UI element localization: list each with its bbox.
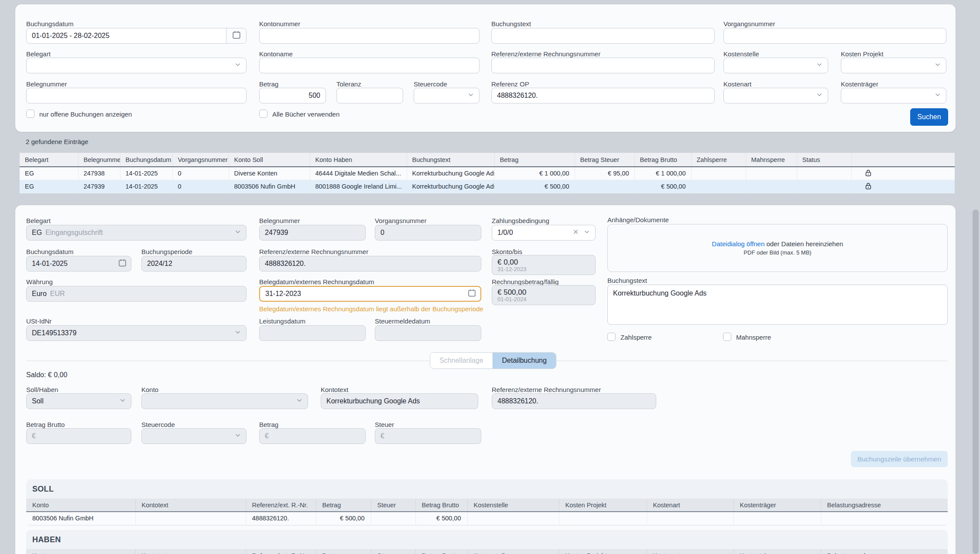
column-header: Kosten Projekt [559, 499, 647, 512]
chevron-down-icon [119, 396, 127, 406]
belegnummer-label: Belegnummer [259, 217, 300, 224]
line-referenz-label: Referenz/externe Rechnungsnummer [492, 386, 601, 393]
line-referenz-input: 4888326120. [492, 393, 656, 409]
line-betrag-input: € [259, 428, 366, 444]
filter-kontoname-input[interactable] [259, 58, 480, 73]
tab-detailbuchung[interactable]: Detailbuchung [493, 353, 556, 368]
buchungsdatum-label: Buchungsdatum [26, 248, 73, 255]
filter-kostenstelle-select[interactable] [723, 58, 828, 73]
column-header: Steuer [371, 549, 415, 554]
column-header: Kontotext [135, 499, 246, 512]
filter-betrag-input[interactable]: 500 [259, 88, 326, 103]
mahnsperre-checkbox[interactable] [723, 333, 731, 341]
column-header: Betrag [494, 153, 575, 167]
skonto-label: Skonto/bis [492, 248, 522, 255]
soll-title: SOLL [32, 485, 948, 493]
table-cell: EG [20, 180, 78, 193]
belegdatum-input[interactable]: 31-12-2023 [259, 286, 481, 302]
chevron-down-icon [234, 328, 242, 338]
alle-buecher-label: Alle Bücher verwenden [272, 110, 339, 118]
filter-kosten-projekt-label: Kosten Projekt [841, 50, 884, 58]
filter-toleranz-label: Toleranz [336, 80, 361, 88]
column-header: Kostenart [647, 549, 733, 554]
chevron-down-icon [934, 91, 942, 100]
filter-toleranz-input[interactable] [336, 88, 403, 103]
column-header: Kostenstelle [467, 499, 559, 512]
belegart-label: Belegart [26, 217, 51, 224]
chevron-down-icon[interactable] [583, 228, 591, 237]
filter-buchungstext-label: Buchungstext [491, 20, 531, 28]
column-header: Betrag Brutto [415, 549, 467, 554]
belegdatum-label: Belegdatum/externes Rechnungsdatum [259, 278, 374, 286]
table-row[interactable]: EG24793814-01-20250Diverse Konten46444 D… [20, 167, 955, 180]
lock-icon [864, 172, 873, 179]
filter-vorgangsnummer-input[interactable] [723, 28, 946, 44]
filter-belegnummer-input[interactable] [26, 88, 247, 103]
table-cell: 8001888 Google Ireland Limi... [310, 180, 407, 193]
table-cell: 0 [172, 167, 229, 180]
steuermeldedatum-label: Steuermeldedatum [375, 317, 430, 325]
filter-vorgangsnummer-label: Vorgangsnummer [723, 20, 775, 28]
column-header: Belastungsadresse [821, 499, 948, 512]
nur-offene-buchungen-checkbox[interactable] [26, 110, 34, 118]
column-header [851, 153, 955, 167]
vorgangsnummer-label: Vorgangsnummer [375, 217, 426, 224]
zahlungsbedingung-select[interactable]: 1/0/0 [492, 225, 596, 241]
column-header: Kostenträger [733, 549, 821, 554]
betrag-brutto-input: € [26, 428, 131, 444]
filter-referenz-op-input[interactable]: 4888326120. [491, 88, 715, 103]
calendar-icon[interactable] [467, 289, 476, 299]
column-header: Konto [26, 499, 135, 512]
table-cell [733, 512, 821, 525]
table-cell: 14-01-2025 [120, 180, 172, 193]
table-cell [575, 180, 634, 193]
suchen-button[interactable]: Suchen [910, 108, 948, 126]
column-header: Kosten Projekt [559, 549, 647, 554]
filter-buchungstext-input[interactable] [491, 28, 715, 44]
column-header: Steuer [371, 499, 415, 512]
zahlsperre-checkbox[interactable] [607, 333, 616, 341]
line-steuercode-label: Steuercode [141, 421, 175, 428]
filter-buchungsdatum-input[interactable]: 01-01-2025 - 28-02-2025 [26, 28, 247, 44]
table-cell [647, 512, 733, 525]
alle-buecher-checkbox[interactable] [259, 110, 267, 118]
clear-icon[interactable] [572, 228, 579, 237]
filter-kostentraeger-select[interactable] [841, 88, 946, 103]
filter-belegart-select[interactable] [26, 58, 247, 73]
soll-table: KontoKontotextReferenz/ext. R.-Nr.Betrag… [26, 499, 948, 525]
column-header: Referenz/ext. R.-Nr. [246, 549, 316, 554]
buchungstext-textarea[interactable]: Korrekturbuchung Google Ads [607, 285, 948, 325]
filter-buchungsdatum-label: Buchungsdatum [26, 20, 73, 28]
filter-kostentraeger-label: Kostenträger [841, 80, 878, 88]
calendar-button[interactable] [226, 28, 246, 43]
filter-kontonummer-input[interactable] [259, 28, 480, 44]
table-cell [797, 167, 851, 180]
file-dropzone[interactable]: Dateidialog öffnen oder Dateien hereinzi… [607, 224, 948, 272]
column-header: Betrag Steuer [575, 153, 634, 167]
filter-kosten-projekt-select[interactable] [841, 58, 946, 73]
booking-mode-tabs: Schnellanlage Detailbuchung [430, 352, 556, 369]
booking-detail-card: Belegart EGEingangsgutschrift Belegnumme… [15, 205, 956, 554]
skonto-input: € 0,0031-12-2023 [492, 255, 596, 275]
filter-referenz-input[interactable] [491, 58, 715, 73]
table-cell: 46444 Digitale Medien Schal... [310, 167, 407, 180]
scrollbar[interactable] [973, 210, 979, 554]
table-cell: € 500,00 [634, 180, 691, 193]
dateidialog-link[interactable]: Dateidialog öffnen [712, 240, 765, 248]
column-header: Status [797, 153, 851, 167]
filter-kostenstelle-label: Kostenstelle [723, 50, 759, 58]
table-cell [691, 180, 746, 193]
filter-kostenart-select[interactable] [723, 88, 828, 103]
table-cell [467, 512, 559, 525]
filter-steuercode-select[interactable] [414, 88, 480, 103]
column-header: Belegnummer [78, 153, 120, 167]
vorgangsnummer-input: 0 [375, 225, 481, 241]
haben-title: HABEN [32, 535, 948, 544]
table-row[interactable]: EG24793914-01-202508003506 Nufin GmbH800… [20, 180, 955, 193]
calendar-icon [232, 30, 241, 41]
table-cell: € 1 000,00 [494, 167, 575, 180]
chevron-down-icon [234, 61, 242, 70]
mahnsperre-label: Mahnsperre [736, 334, 771, 341]
column-header: Konto [26, 549, 135, 554]
filter-kontoname-label: Kontoname [259, 50, 293, 58]
